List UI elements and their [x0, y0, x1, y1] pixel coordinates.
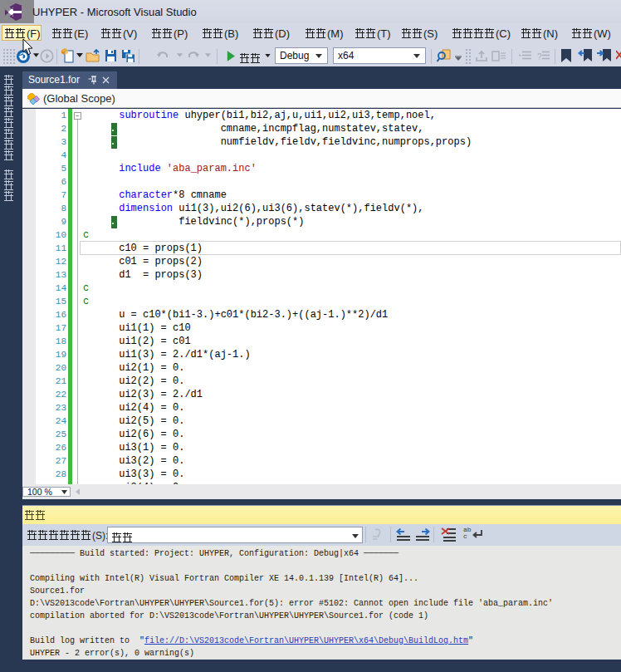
svg-text:?: ? — [537, 52, 542, 61]
